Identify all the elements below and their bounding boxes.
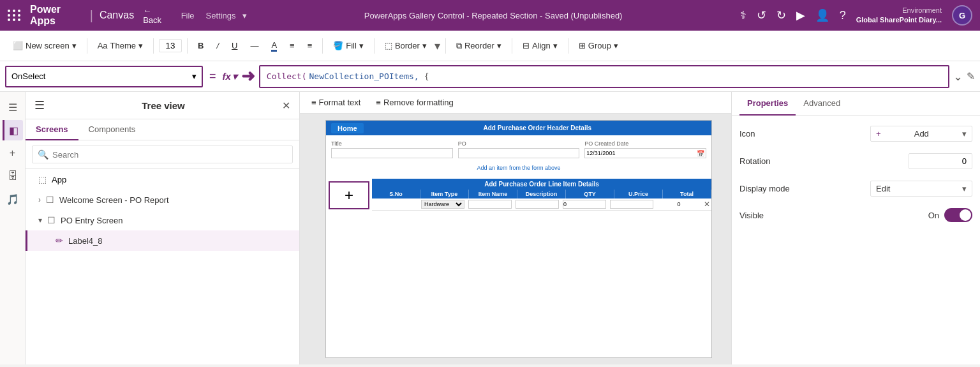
sidebar-items: ⬚ App › ☐ Welcome Screen - PO Report ▾ ☐…	[26, 169, 299, 364]
td-qty[interactable]	[561, 198, 608, 210]
font-size-input[interactable]	[159, 39, 182, 52]
help-icon[interactable]: ?	[840, 9, 846, 22]
redo-icon[interactable]: ↻	[776, 8, 786, 22]
home-button[interactable]: Home	[331, 123, 364, 133]
title-input[interactable]	[331, 148, 453, 158]
fill-button[interactable]: 🪣 Fill ▾	[328, 38, 369, 53]
italic-button[interactable]: /	[211, 38, 224, 53]
item-name-input[interactable]	[468, 200, 512, 209]
app-subtitle: Canvas	[100, 10, 134, 21]
icon-add-button[interactable]: + Add ▾	[870, 126, 972, 142]
calendar-icon[interactable]: 📅	[697, 150, 704, 157]
format-text-button[interactable]: ≡ Format text	[308, 96, 364, 109]
search-icon: 🔍	[38, 149, 48, 160]
property-selector[interactable]: OnSelect ▾	[5, 66, 203, 87]
screen-icon-po: ☐	[47, 215, 56, 225]
td-description[interactable]	[514, 198, 561, 210]
display-mode-value: Edit ▾	[870, 181, 972, 197]
td-uprice[interactable]	[608, 198, 655, 210]
undo-icon[interactable]: ↺	[757, 8, 766, 22]
search-input[interactable]	[52, 150, 287, 160]
sidebar-item-app[interactable]: ⬚ App	[26, 169, 299, 190]
toolbar-sep-4	[322, 38, 323, 54]
avatar[interactable]: G	[952, 5, 972, 26]
back-label: Back	[143, 15, 161, 25]
tab-screens[interactable]: Screens	[26, 119, 78, 140]
back-arrow[interactable]: ← Back	[143, 6, 169, 25]
formula-editor[interactable]: Collect( NewCollection_POItems, {	[259, 65, 949, 88]
po-date-input[interactable]: 12/31/2001 📅	[584, 148, 706, 158]
add-button[interactable]: +	[3, 143, 23, 163]
sidebar-item-label4-8[interactable]: ✏ Label4_8	[26, 230, 299, 251]
font-color-button[interactable]: A	[266, 38, 282, 54]
remove-formatting-button[interactable]: ≡ Remove formatting	[372, 96, 457, 109]
text-format-button[interactable]: ≡	[302, 38, 318, 53]
edit-formula-icon[interactable]: ✎	[967, 70, 975, 82]
strikethrough-button[interactable]: —	[245, 38, 264, 53]
po-entry-label: PO Entry Screen	[61, 216, 123, 225]
align2-button[interactable]: ⊟ Align ▾	[517, 38, 563, 53]
fx-button[interactable]: fx ▾	[223, 71, 237, 82]
sidebar-item-po-entry[interactable]: ▾ ☐ PO Entry Screen	[26, 210, 299, 230]
rotation-input[interactable]	[909, 153, 972, 169]
item-type-select[interactable]: Hardware	[421, 200, 464, 209]
qty-input[interactable]	[563, 200, 606, 209]
hamburger-button[interactable]: ☰	[3, 97, 23, 117]
bold-button[interactable]: B	[193, 38, 209, 53]
app-grid-icon[interactable]	[8, 10, 21, 21]
display-mode-dropdown[interactable]: Edit ▾	[870, 181, 972, 197]
align-button[interactable]: ≡	[285, 38, 300, 53]
tab-properties[interactable]: Properties	[739, 92, 796, 116]
underline-button[interactable]: U	[226, 38, 242, 53]
visible-toggle[interactable]	[944, 208, 972, 222]
sidebar-close-button[interactable]: ✕	[282, 100, 290, 112]
settings-menu[interactable]: Settings	[206, 11, 236, 20]
toolbar-sep-3	[187, 38, 188, 54]
align2-label: Align	[532, 41, 551, 50]
align2-chevron: ▾	[553, 41, 558, 50]
new-screen-button[interactable]: ⬜ New screen ▾	[8, 38, 82, 53]
user-icon[interactable]: 👤	[815, 8, 829, 22]
po-date-label: PO Created Date	[584, 140, 706, 147]
toolbar-sep-7	[512, 38, 512, 54]
settings-chevron[interactable]: ▾	[242, 11, 247, 20]
expand-arrow[interactable]: ▾	[434, 39, 440, 53]
line-items-section: + Add Purchase Order Line Item Details S…	[326, 179, 711, 212]
theme-button[interactable]: Aa Theme ▾	[93, 38, 148, 53]
td-item-type[interactable]: Hardware	[419, 198, 466, 210]
reorder-button[interactable]: ⧉ Reorder ▾	[451, 38, 507, 54]
group-chevron: ▾	[614, 41, 618, 50]
layers-button[interactable]: ◧	[3, 120, 23, 140]
data-button[interactable]: 🗄	[3, 166, 23, 186]
fx-label: fx	[223, 71, 231, 82]
expand-formula-icon[interactable]: ⌄	[953, 70, 963, 84]
border-button[interactable]: ⬚ Border ▾	[380, 38, 432, 53]
description-input[interactable]	[516, 200, 559, 209]
property-name: OnSelect	[11, 71, 45, 81]
po-input[interactable]	[458, 148, 580, 158]
remove-formatting-label: Remove formatting	[383, 98, 454, 107]
line-items-header: Add Purchase Order Line Item Details	[372, 179, 711, 190]
tab-advanced[interactable]: Advanced	[796, 92, 848, 116]
format-text-label: Format text	[319, 98, 361, 107]
app-header-bar: Home Add Purchase Order Header Details	[326, 121, 711, 135]
display-mode-chevron: ▾	[962, 184, 967, 193]
file-menu[interactable]: File	[181, 11, 195, 20]
po-date-field: PO Created Date 12/31/2001 📅	[584, 140, 706, 158]
sidebar-item-welcome-screen[interactable]: › ☐ Welcome Screen - PO Report	[26, 190, 299, 210]
app-preview: Home Add Purchase Order Header Details T…	[325, 120, 712, 358]
sidebar-search-area: 🔍	[26, 140, 299, 169]
sidebar-hamburger[interactable]: ☰	[34, 98, 45, 112]
td-item-name[interactable]	[466, 198, 514, 210]
title-field: Title	[331, 140, 453, 158]
play-icon[interactable]: ▶	[796, 8, 805, 22]
tab-components[interactable]: Components	[78, 119, 146, 140]
delete-row-button[interactable]: ✕	[702, 200, 711, 209]
add-line-item-button[interactable]: +	[329, 181, 369, 209]
collection-name: NewCollection_POItems,	[309, 71, 419, 81]
diagnostics-icon[interactable]: ⚕	[740, 8, 746, 22]
group-button[interactable]: ⊞ Group ▾	[574, 38, 623, 53]
sidebar-title: Tree view	[142, 100, 185, 111]
uprice-input[interactable]	[610, 200, 653, 209]
media-button[interactable]: 🎵	[3, 189, 23, 209]
